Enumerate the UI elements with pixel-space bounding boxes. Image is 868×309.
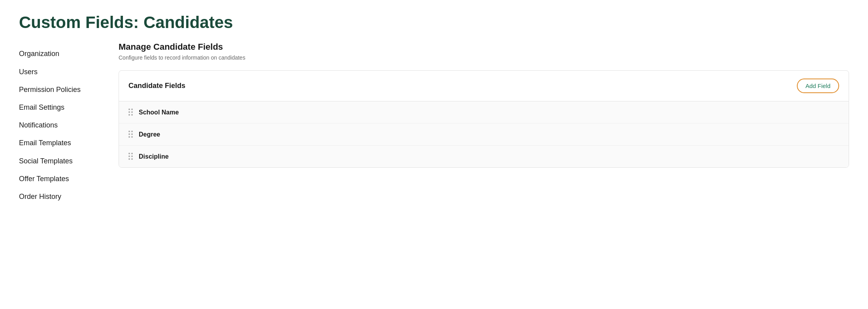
- sidebar-item-notifications[interactable]: Notifications: [19, 116, 106, 134]
- drag-dot: [131, 114, 133, 116]
- table-row: School Name: [119, 101, 849, 124]
- sidebar-item-social-templates[interactable]: Social Templates: [19, 152, 106, 170]
- drag-dot: [128, 133, 130, 135]
- drag-handle-icon[interactable]: [128, 153, 133, 160]
- drag-dot: [128, 155, 130, 157]
- drag-dot: [128, 131, 130, 132]
- field-name: Degree: [139, 131, 160, 138]
- drag-dot: [131, 136, 133, 138]
- sidebar: Organization Users Permission Policies E…: [19, 42, 106, 309]
- section-title: Manage Candidate Fields: [119, 42, 849, 52]
- drag-dot: [128, 136, 130, 138]
- content-area: Organization Users Permission Policies E…: [0, 42, 868, 309]
- drag-handle-icon[interactable]: [128, 131, 133, 138]
- drag-dot: [131, 133, 133, 135]
- drag-dot: [131, 111, 133, 113]
- page-header: Custom Fields: Candidates: [0, 0, 868, 42]
- table-row: Discipline: [119, 146, 849, 167]
- drag-dots: [128, 131, 133, 138]
- drag-dot: [128, 111, 130, 113]
- drag-dot: [131, 109, 133, 110]
- sidebar-item-order-history[interactable]: Order History: [19, 188, 106, 206]
- drag-dot: [128, 114, 130, 116]
- sidebar-item-email-templates[interactable]: Email Templates: [19, 134, 106, 152]
- drag-dot: [131, 155, 133, 157]
- fields-panel: Candidate Fields Add Field: [119, 70, 849, 168]
- drag-dot: [128, 109, 130, 110]
- page-wrapper: Custom Fields: Candidates Organization U…: [0, 0, 868, 309]
- drag-dot: [128, 153, 130, 154]
- drag-dot: [131, 153, 133, 154]
- drag-handle-icon[interactable]: [128, 109, 133, 116]
- main-content: Manage Candidate Fields Configure fields…: [106, 42, 849, 309]
- drag-dots: [128, 153, 133, 160]
- drag-dot: [131, 131, 133, 132]
- sidebar-item-organization[interactable]: Organization: [19, 45, 106, 63]
- section-description: Configure fields to record information o…: [119, 54, 849, 61]
- fields-panel-title: Candidate Fields: [128, 82, 185, 90]
- sidebar-item-email-settings[interactable]: Email Settings: [19, 99, 106, 116]
- page-title: Custom Fields: Candidates: [19, 13, 849, 32]
- add-field-button[interactable]: Add Field: [797, 79, 839, 93]
- drag-dot: [128, 158, 130, 160]
- field-name: School Name: [139, 109, 179, 116]
- drag-dots: [128, 109, 133, 116]
- sidebar-item-permission-policies[interactable]: Permission Policies: [19, 81, 106, 99]
- field-name: Discipline: [139, 153, 169, 160]
- sidebar-nav: Organization Users Permission Policies E…: [19, 45, 106, 206]
- table-row: Degree: [119, 124, 849, 146]
- drag-dot: [131, 158, 133, 160]
- fields-panel-header: Candidate Fields Add Field: [119, 71, 849, 101]
- sidebar-item-users[interactable]: Users: [19, 63, 106, 81]
- sidebar-item-offer-templates[interactable]: Offer Templates: [19, 170, 106, 188]
